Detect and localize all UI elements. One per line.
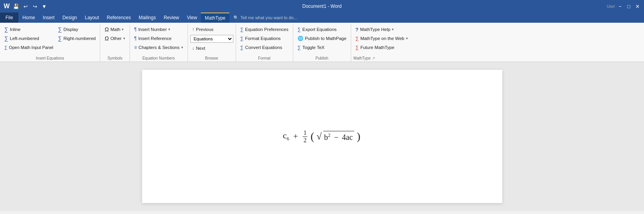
open-math-icon: ∑	[4, 45, 7, 50]
group-format-label: Format	[238, 55, 290, 62]
eq-close-paren: )	[357, 131, 360, 142]
btn-other[interactable]: Ω Other ▾	[103, 34, 127, 43]
btn-format-equations[interactable]: ∑ Format Equations	[238, 34, 290, 43]
group-equation-numbers: ¶ Insert Number ▾ ¶ Insert Reference ≡ C…	[130, 24, 188, 62]
btn-open-math[interactable]: ∑ Open Math Input Panel	[2, 43, 55, 52]
menu-insert[interactable]: Insert	[39, 13, 58, 23]
btn-other-label: Other	[110, 36, 122, 41]
btn-publish-mathpage[interactable]: 🌐 Publish to MathPage	[296, 34, 348, 43]
browse-col1: ↑ Previous Equations ↓ Next	[190, 25, 233, 53]
btn-mathtype-help[interactable]: ? MathType Help ▾	[354, 25, 410, 34]
minimize-btn[interactable]: −	[617, 3, 624, 10]
group-insert-equations-label: Insert Equations	[2, 55, 97, 62]
menu-mathtype[interactable]: MathType	[201, 13, 229, 23]
btn-insert-number[interactable]: ¶ Insert Number ▾	[132, 25, 185, 34]
save-qat[interactable]: 💾	[13, 3, 20, 10]
menu-design[interactable]: Design	[58, 13, 81, 23]
btn-insert-reference-label: Insert Reference	[138, 36, 171, 41]
btn-inline-label: Inline	[10, 27, 21, 32]
btn-previous[interactable]: ↑ Previous	[190, 25, 233, 34]
document-area: c6 + 1 2 ( √ b2 − 4ac )	[0, 62, 644, 211]
customize-qat[interactable]: ▼	[41, 3, 48, 10]
group-symbols-label: Symbols	[103, 55, 127, 62]
group-insert-equations-content: ∑ Inline ∑ Left-numbered ∑ Open Math Inp…	[2, 25, 97, 55]
document-title: Document1 - Word	[302, 4, 341, 9]
ribbon: ∑ Inline ∑ Left-numbered ∑ Open Math Inp…	[0, 23, 644, 62]
chapters-sections-arrow: ▾	[181, 45, 183, 49]
menu-layout[interactable]: Layout	[81, 13, 103, 23]
btn-display[interactable]: ∑ Display	[56, 25, 97, 34]
btn-mathtype-help-label: MathType Help	[360, 27, 390, 32]
btn-chapters-sections[interactable]: ≡ Chapters & Sections ▾	[132, 43, 185, 52]
menu-file[interactable]: File	[0, 13, 18, 23]
eq-frac-denominator: 2	[303, 137, 307, 144]
restore-btn[interactable]: □	[625, 3, 632, 10]
search-label: Tell me what you want to do...	[240, 15, 297, 20]
btn-equation-preferences-label: Equation Preferences	[245, 27, 289, 32]
previous-icon: ↑	[192, 27, 195, 32]
publish-col1: ∑ Export Equations 🌐 Publish to MathPage…	[296, 25, 348, 52]
menu-home[interactable]: Home	[18, 13, 39, 23]
symbols-col1: Ω Math ▾ Ω Other ▾	[103, 25, 127, 43]
btn-inline[interactable]: ∑ Inline	[2, 25, 55, 34]
btn-display-label: Display	[63, 27, 78, 32]
group-publish-content: ∑ Export Equations 🌐 Publish to MathPage…	[296, 25, 348, 55]
btn-mathtype-web[interactable]: ∑ MathType on the Web ▾	[354, 34, 410, 43]
window-controls: User − □ ✕	[607, 3, 641, 10]
btn-math[interactable]: Ω Math ▾	[103, 25, 127, 34]
btn-convert-equations[interactable]: ∑ Convert Equations	[238, 43, 290, 52]
convert-equations-icon: ∑	[240, 45, 244, 50]
toggle-tex-icon: ∑	[298, 45, 301, 50]
equations-select[interactable]: Equations	[190, 35, 233, 43]
btn-open-math-label: Open Math Input Panel	[9, 45, 53, 50]
group-mathtype: ? MathType Help ▾ ∑ MathType on the Web …	[351, 24, 644, 62]
menu-review[interactable]: Review	[160, 13, 183, 23]
title-bar-left: W 💾 ↩ ↪ ▼	[3, 3, 48, 10]
menu-search[interactable]: 🔍 Tell me what you want to do...	[229, 13, 301, 23]
eq-sqrt-symbol: √	[316, 132, 321, 141]
mathtype-web-icon: ∑	[355, 36, 359, 41]
btn-equation-preferences[interactable]: ∑ Equation Preferences	[238, 25, 290, 34]
insert-number-icon: ¶	[134, 27, 137, 32]
menu-references[interactable]: References	[103, 13, 135, 23]
btn-chapters-sections-label: Chapters & Sections	[139, 45, 180, 50]
group-publish: ∑ Export Equations 🌐 Publish to MathPage…	[293, 24, 351, 62]
btn-toggle-tex[interactable]: ∑ Toggle TeX	[296, 43, 348, 52]
btn-next[interactable]: ↓ Next	[190, 44, 233, 53]
mathtype-web-arrow: ▾	[406, 36, 408, 40]
btn-convert-equations-label: Convert Equations	[245, 45, 282, 50]
publish-mathpage-icon: 🌐	[298, 36, 303, 41]
equations-select-wrapper: Equations	[190, 34, 233, 44]
mathtype-settings-icon[interactable]: ↗	[372, 56, 375, 60]
menu-view[interactable]: View	[183, 13, 201, 23]
group-symbols: Ω Math ▾ Ω Other ▾ Symbols	[100, 24, 130, 62]
group-format: ∑ Equation Preferences ∑ Format Equation…	[236, 24, 293, 62]
group-browse-content: ↑ Previous Equations ↓ Next	[190, 25, 233, 55]
group-browse: ↑ Previous Equations ↓ Next Browse	[188, 24, 236, 62]
close-btn[interactable]: ✕	[634, 3, 641, 10]
user-name: User	[607, 4, 615, 9]
other-dropdown-arrow: ▾	[123, 36, 125, 40]
btn-left-numbered[interactable]: ∑ Left-numbered	[2, 34, 55, 43]
btn-export-equations[interactable]: ∑ Export Equations	[296, 25, 348, 34]
group-equation-numbers-label: Equation Numbers	[132, 55, 185, 62]
search-icon: 🔍	[233, 15, 239, 20]
menu-mailings[interactable]: Mailings	[135, 13, 160, 23]
display-icon: ∑	[58, 27, 62, 32]
group-mathtype-label: MathType ↗	[354, 55, 642, 62]
btn-export-equations-label: Export Equations	[302, 27, 337, 32]
eq-c6: c6	[283, 131, 289, 142]
eq-minus: −	[334, 133, 338, 141]
eq-fraction: 1 2	[303, 129, 307, 144]
inline-icon: ∑	[4, 27, 8, 32]
redo-qat[interactable]: ↪	[31, 3, 38, 10]
next-icon: ↓	[192, 46, 195, 51]
eq-frac-numerator: 1	[303, 129, 307, 137]
group-format-content: ∑ Equation Preferences ∑ Format Equation…	[238, 25, 290, 55]
btn-insert-reference[interactable]: ¶ Insert Reference	[132, 34, 185, 43]
format-equations-icon: ∑	[240, 36, 244, 41]
undo-qat[interactable]: ↩	[22, 3, 29, 10]
btn-future-mathtype[interactable]: ∑ Future MathType	[354, 43, 410, 52]
btn-right-numbered[interactable]: ∑ Right-numbered	[56, 34, 97, 43]
right-numbered-icon: ∑	[58, 36, 62, 41]
